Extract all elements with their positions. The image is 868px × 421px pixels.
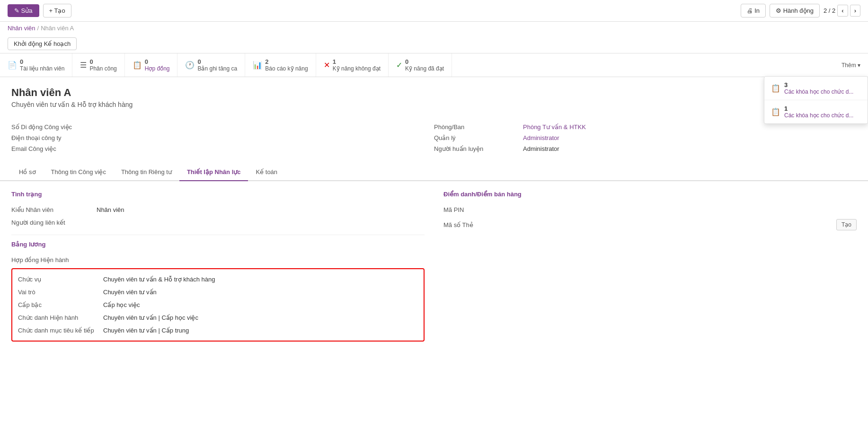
stats-bar: 📄 0 Tài liệu nhân viên ☰ 0 Phân công 📋 0…	[0, 53, 868, 77]
section-bang-luong-title: Bảng lương	[11, 241, 425, 248]
next-page-button[interactable]: ›	[850, 5, 860, 17]
stat-skill-pass-label: Kỹ năng đã đạt	[405, 65, 444, 72]
stat-overtime-label: Bản ghi tăng ca	[197, 65, 237, 72]
info-row-trainer: Người huấn luyện Administrator	[434, 143, 857, 154]
field-employee-type: Kiểu Nhân viên Nhân viên	[11, 203, 425, 216]
info-row-phone: Điện thoại công ty	[11, 132, 434, 143]
pagination: 2 / 2 ‹ ›	[824, 5, 860, 17]
label-cap-bac: Cấp bậc	[18, 301, 103, 308]
stat-contract-label: Hợp đồng	[145, 65, 170, 72]
more-button[interactable]: Thêm ▾	[834, 53, 868, 77]
stat-skill-fail-count: 1	[333, 58, 381, 65]
tab-work-info[interactable]: Thông tin Công việc	[44, 164, 114, 181]
field-chuc-danh-muc-tieu: Chức danh mục tiêu kế tiếp Chuyên viên t…	[18, 324, 418, 337]
info-row-mobile: Số Di động Công việc	[11, 122, 434, 132]
stat-overtime-count: 0	[197, 58, 237, 65]
value-chuc-danh-hien-hanh: Chuyên viên tư vấn | Cấp học việc	[103, 314, 418, 321]
tab-profile[interactable]: Hồ sơ	[11, 164, 44, 181]
action-button[interactable]: ⚙ Hành động	[770, 4, 820, 18]
skill-pass-icon: ✓	[396, 61, 402, 70]
skill-report-icon: 📊	[253, 61, 262, 70]
right-column: Điểm danh/Điểm bán hàng Mã PIN Mã số Thẻ…	[443, 191, 857, 342]
field-linked-user: Người dùng liên kết	[11, 216, 425, 229]
create-button[interactable]: + Tạo	[43, 4, 71, 18]
label-linked-user: Người dùng liên kết	[11, 219, 97, 226]
stat-skill-report[interactable]: 📊 2 Báo cáo kỹ năng	[245, 53, 316, 77]
breadcrumb: Nhân viên / Nhân viên A	[0, 22, 868, 35]
info-label-email: Email Công việc	[11, 145, 97, 152]
value-chuc-danh-muc-tieu: Chuyên viên tư vấn | Cấp trung	[103, 327, 418, 334]
stat-skill-report-count: 2	[265, 58, 308, 65]
info-label-trainer: Người huấn luyện	[434, 145, 519, 152]
toolbar: ✎ Sửa + Tạo 🖨 In ⚙ Hành động 2 / 2 ‹ ›	[0, 0, 868, 22]
label-chuc-vu: Chức vụ	[18, 276, 103, 283]
toolbar-left: ✎ Sửa + Tạo	[8, 4, 71, 18]
toolbar-right: 🖨 In ⚙ Hành động 2 / 2 ‹ ›	[741, 4, 860, 18]
info-label-phone: Điện thoại công ty	[11, 134, 97, 141]
dropdown-item-1-icon: 📋	[771, 84, 780, 93]
label-ma-so-the: Mã số Thẻ	[443, 221, 529, 228]
documents-icon: 📄	[8, 61, 17, 70]
edit-button[interactable]: ✎ Sửa	[8, 4, 39, 17]
dropdown-item-1-count: 3	[784, 81, 853, 88]
field-ma-pin: Mã PIN	[443, 203, 857, 216]
field-ma-so-the: Mã số Thẻ Tạo	[443, 216, 857, 233]
value-chuc-vu: Chuyên viên tư vấn & Hỗ trợ khách hàng	[103, 276, 418, 283]
info-value-dept[interactable]: Phòng Tư vấn & HTKK	[523, 123, 586, 131]
stat-skill-pass[interactable]: ✓ 0 Kỹ năng đã đạt	[389, 53, 452, 77]
label-employee-type: Kiểu Nhân viên	[11, 206, 97, 213]
info-grid: Số Di động Công việc Điện thoại công ty …	[0, 118, 868, 162]
breadcrumb-current: Nhân viên A	[41, 25, 74, 32]
stat-skill-fail[interactable]: ✕ 1 Kỹ năng không đạt	[316, 53, 389, 77]
info-value-trainer: Administrator	[523, 145, 559, 152]
value-vai-tro: Chuyên viên tư vấn	[103, 289, 418, 296]
field-cap-bac: Cấp bậc Cấp học việc	[18, 298, 418, 311]
skill-fail-icon: ✕	[324, 61, 330, 70]
breadcrumb-parent[interactable]: Nhân viên	[8, 25, 35, 32]
field-contract: Hợp đồng Hiện hành	[11, 254, 425, 266]
stat-contract[interactable]: 📋 0 Hợp đồng	[125, 53, 178, 77]
stat-contract-count: 0	[145, 58, 170, 65]
launch-plan-button[interactable]: Khởi động Kế hoạch	[8, 37, 77, 50]
info-label-manager: Quản lý	[434, 134, 519, 141]
tab-hr-settings[interactable]: Thiết lập Nhân lực	[179, 164, 248, 181]
create-card-button[interactable]: Tạo	[836, 219, 857, 230]
dropdown-item-2-count: 1	[784, 105, 853, 112]
field-vai-tro: Vai trò Chuyên viên tư vấn	[18, 286, 418, 298]
value-cap-bac: Cấp học việc	[103, 301, 418, 308]
info-value-manager[interactable]: Administrator	[523, 134, 559, 141]
dropdown-item-2-label: Các khóa học cho chức d...	[784, 112, 853, 119]
stat-assignment-count: 0	[89, 58, 116, 65]
dropdown-item-2[interactable]: 📋 1 Các khóa học cho chức d...	[764, 100, 868, 123]
divider-1	[11, 235, 425, 235]
action-bar: Khởi động Kế hoạch	[0, 35, 868, 53]
employee-header: Nhân viên A Chuyên viên tư vấn & Hỗ trợ …	[0, 77, 868, 118]
section-diem-danh-title: Điểm danh/Điểm bán hàng	[443, 191, 857, 198]
left-column: Tình trạng Kiểu Nhân viên Nhân viên Ngườ…	[11, 191, 425, 342]
info-label-dept: Phòng/Ban	[434, 123, 519, 131]
prev-page-button[interactable]: ‹	[837, 5, 848, 17]
dropdown-item-2-icon: 📋	[771, 107, 780, 116]
employee-name: Nhân viên A	[11, 87, 857, 99]
stat-skill-report-label: Báo cáo kỹ năng	[265, 65, 308, 72]
label-vai-tro: Vai trò	[18, 289, 103, 296]
label-contract: Hợp đồng Hiện hành	[11, 256, 97, 263]
stat-assignment[interactable]: ☰ 0 Phân công	[72, 53, 124, 77]
pagination-text: 2 / 2	[824, 7, 835, 14]
info-row-email: Email Công việc	[11, 143, 434, 154]
field-chuc-danh-hien-hanh: Chức danh Hiện hành Chuyên viên tư vấn |…	[18, 311, 418, 324]
info-row-manager: Quản lý Administrator	[434, 132, 857, 143]
overtime-icon: 🕐	[185, 61, 195, 70]
stats-dropdown: 📋 3 Các khóa học cho chức d... 📋 1 Các k…	[764, 76, 868, 124]
dropdown-item-1[interactable]: 📋 3 Các khóa học cho chức d...	[764, 77, 868, 100]
tabs: Hồ sơ Thông tin Công việc Thông tin Riên…	[0, 164, 868, 181]
print-button[interactable]: 🖨 In	[741, 4, 766, 18]
dropdown-item-1-label: Các khóa học cho chức d...	[784, 88, 853, 95]
content-two-col: Tình trạng Kiểu Nhân viên Nhân viên Ngườ…	[11, 191, 857, 342]
tab-private-info[interactable]: Thông tin Riêng tư	[114, 164, 179, 181]
label-chuc-danh-muc-tieu: Chức danh mục tiêu kế tiếp	[18, 327, 103, 334]
stat-documents-label: Tài liệu nhân viên	[20, 65, 64, 72]
tab-accounting[interactable]: Kế toán	[248, 164, 285, 181]
stat-overtime[interactable]: 🕐 0 Bản ghi tăng ca	[177, 53, 245, 77]
stat-documents[interactable]: 📄 0 Tài liệu nhân viên	[0, 53, 72, 77]
